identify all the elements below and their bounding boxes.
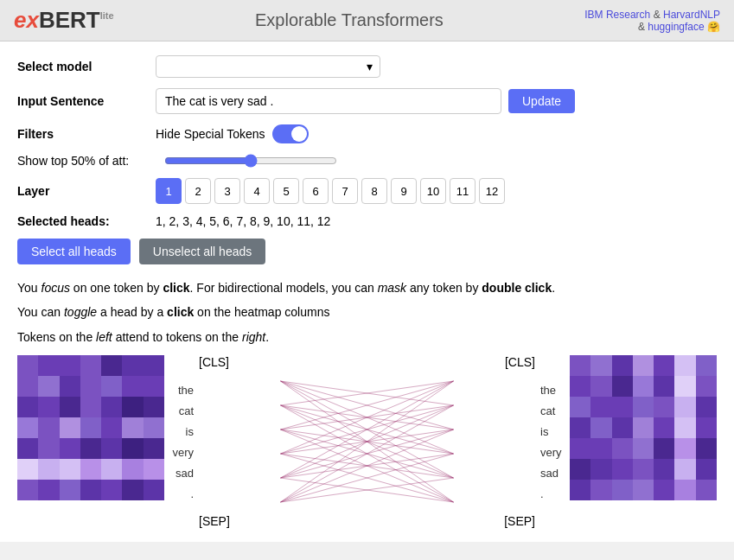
left-token[interactable]: is xyxy=(164,421,199,442)
left-token[interactable]: . xyxy=(164,483,199,504)
heatmap-right-cell[interactable] xyxy=(570,355,590,376)
heatmap-left-cell[interactable] xyxy=(17,480,38,500)
heatmap-right-cell[interactable] xyxy=(654,376,674,397)
left-token[interactable]: cat xyxy=(164,400,199,421)
right-token[interactable]: . xyxy=(535,483,570,504)
huggingface-link[interactable]: huggingface 🤗 xyxy=(648,21,720,33)
left-token[interactable]: the xyxy=(164,379,199,400)
heatmap-right-cell[interactable] xyxy=(696,438,717,459)
heatmap-right-cell[interactable] xyxy=(612,438,633,459)
heatmap-left-cell[interactable] xyxy=(60,397,80,417)
heatmap-left-cell[interactable] xyxy=(101,438,122,459)
heatmap-left-cell[interactable] xyxy=(38,355,59,376)
heatmap-right-cell[interactable] xyxy=(654,438,674,459)
heatmap-left-cell[interactable] xyxy=(80,397,101,417)
right-token[interactable]: sad xyxy=(535,462,570,483)
heatmap-right-cell[interactable] xyxy=(570,438,590,459)
heatmap-right-cell[interactable] xyxy=(696,376,717,397)
heatmap-right-cell[interactable] xyxy=(590,376,611,397)
layer-btn-7[interactable]: 7 xyxy=(332,178,358,204)
right-token[interactable]: very xyxy=(535,442,570,462)
heatmap-right-cell[interactable] xyxy=(612,459,633,480)
heatmap-right-cell[interactable] xyxy=(590,417,611,438)
layer-btn-5[interactable]: 5 xyxy=(273,178,299,204)
layer-btn-3[interactable]: 3 xyxy=(214,178,240,204)
heatmap-left-cell[interactable] xyxy=(122,397,143,417)
model-select[interactable]: ▾ xyxy=(156,55,380,78)
left-token[interactable]: sad xyxy=(164,462,199,483)
layer-btn-2[interactable]: 2 xyxy=(185,178,211,204)
heatmap-left-cell[interactable] xyxy=(38,438,59,459)
heatmap-left-cell[interactable] xyxy=(144,417,164,438)
heatmap-left-cell[interactable] xyxy=(17,355,38,376)
heatmap-right-cell[interactable] xyxy=(674,417,695,438)
heatmap-left-cell[interactable] xyxy=(80,480,101,500)
heatmap-left-cell[interactable] xyxy=(60,480,80,500)
att-range-slider[interactable] xyxy=(164,154,337,168)
heatmap-right-cell[interactable] xyxy=(696,459,717,480)
heatmap-left-cell[interactable] xyxy=(17,397,38,417)
sentence-input[interactable] xyxy=(156,88,501,114)
heatmap-left-cell[interactable] xyxy=(80,376,101,397)
heatmap-left-cell[interactable] xyxy=(101,480,122,500)
heatmap-left-cell[interactable] xyxy=(144,459,164,480)
heatmap-right-cell[interactable] xyxy=(696,355,717,376)
hide-special-tokens-toggle[interactable] xyxy=(272,124,309,143)
heatmap-left-cell[interactable] xyxy=(80,438,101,459)
select-all-button[interactable]: Select all heads xyxy=(17,239,131,264)
layer-btn-9[interactable]: 9 xyxy=(391,178,417,204)
layer-btn-6[interactable]: 6 xyxy=(303,178,329,204)
unselect-all-button[interactable]: Unselect all heads xyxy=(139,239,265,264)
heatmap-right-cell[interactable] xyxy=(696,417,717,438)
heatmap-right-cell[interactable] xyxy=(590,397,611,417)
heatmap-left-cell[interactable] xyxy=(80,459,101,480)
heatmap-right-cell[interactable] xyxy=(674,459,695,480)
heatmap-left-cell[interactable] xyxy=(144,397,164,417)
heatmap-right-cell[interactable] xyxy=(674,480,695,500)
heatmap-left-cell[interactable] xyxy=(144,480,164,500)
heatmap-left-cell[interactable] xyxy=(60,438,80,459)
right-token[interactable]: the xyxy=(535,379,570,400)
heatmap-right-cell[interactable] xyxy=(654,417,674,438)
heatmap-right-cell[interactable] xyxy=(570,376,590,397)
heatmap-left-cell[interactable] xyxy=(101,417,122,438)
heatmap-right-cell[interactable] xyxy=(612,376,633,397)
heatmap-right-cell[interactable] xyxy=(654,459,674,480)
heatmap-right-cell[interactable] xyxy=(674,438,695,459)
heatmap-right-cell[interactable] xyxy=(612,480,633,500)
heatmap-left-cell[interactable] xyxy=(38,417,59,438)
heatmap-left-cell[interactable] xyxy=(144,438,164,459)
heatmap-right-cell[interactable] xyxy=(570,480,590,500)
heatmap-left-cell[interactable] xyxy=(60,355,80,376)
heatmap-right-cell[interactable] xyxy=(633,459,654,480)
heatmap-right-cell[interactable] xyxy=(654,480,674,500)
heatmap-left-cell[interactable] xyxy=(122,480,143,500)
heatmap-left-cell[interactable] xyxy=(17,376,38,397)
heatmap-left-cell[interactable] xyxy=(38,459,59,480)
layer-btn-10[interactable]: 10 xyxy=(420,178,446,204)
heatmap-right-cell[interactable] xyxy=(696,397,717,417)
heatmap-left-cell[interactable] xyxy=(80,355,101,376)
left-heatmap[interactable] xyxy=(17,355,164,500)
heatmap-left-cell[interactable] xyxy=(17,417,38,438)
heatmap-left-cell[interactable] xyxy=(144,355,164,376)
heatmap-right-cell[interactable] xyxy=(633,397,654,417)
heatmap-right-cell[interactable] xyxy=(674,355,695,376)
heatmap-right-cell[interactable] xyxy=(633,355,654,376)
right-token[interactable]: is xyxy=(535,421,570,442)
heatmap-right-cell[interactable] xyxy=(674,397,695,417)
update-button[interactable]: Update xyxy=(508,89,575,113)
heatmap-right-cell[interactable] xyxy=(612,417,633,438)
heatmap-right-cell[interactable] xyxy=(590,480,611,500)
heatmap-left-cell[interactable] xyxy=(60,376,80,397)
layer-btn-8[interactable]: 8 xyxy=(361,178,387,204)
heatmap-left-cell[interactable] xyxy=(144,376,164,397)
heatmap-right-cell[interactable] xyxy=(696,480,717,500)
heatmap-right-cell[interactable] xyxy=(590,438,611,459)
heatmap-left-cell[interactable] xyxy=(101,397,122,417)
heatmap-left-cell[interactable] xyxy=(60,417,80,438)
heatmap-left-cell[interactable] xyxy=(80,417,101,438)
heatmap-right-cell[interactable] xyxy=(570,459,590,480)
heatmap-left-cell[interactable] xyxy=(122,459,143,480)
heatmap-right-cell[interactable] xyxy=(570,417,590,438)
